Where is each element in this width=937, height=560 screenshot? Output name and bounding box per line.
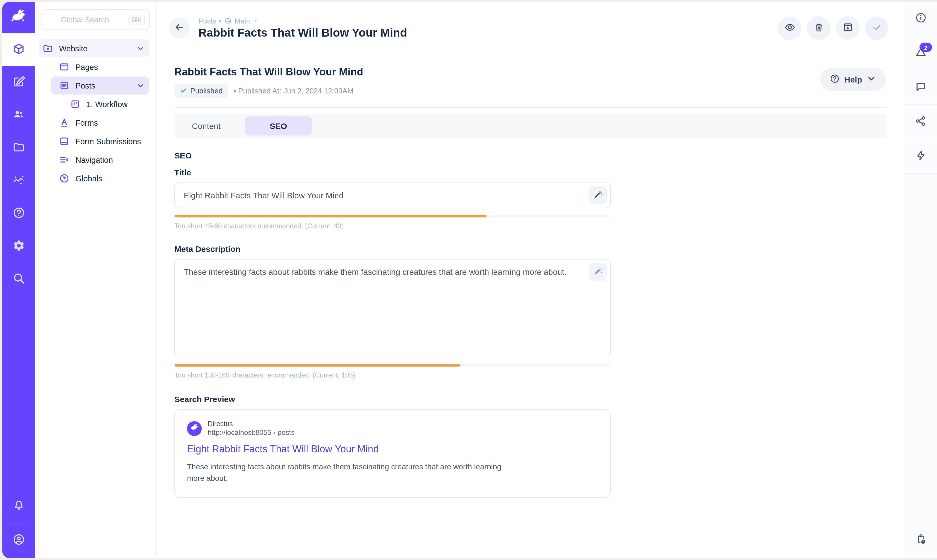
user-avatar[interactable] <box>2 527 35 554</box>
meta-field-label: Meta Description <box>174 244 610 254</box>
tab-seo[interactable]: SEO <box>245 116 312 135</box>
meta-length-hint: Too short 130-160 characters recommended… <box>174 372 610 379</box>
module-users[interactable] <box>2 99 35 132</box>
search-preview-card: Directus http://localhost:8055 › posts E… <box>174 409 610 498</box>
generate-meta-button[interactable] <box>589 263 607 281</box>
back-button[interactable] <box>169 17 190 38</box>
save-button[interactable] <box>865 16 888 40</box>
sidebar-item-label: Forms <box>76 118 98 127</box>
check-icon <box>180 86 187 95</box>
trash-icon <box>813 22 824 34</box>
tab-bar: Content SEO <box>174 114 886 138</box>
title-length-hint: Too short 45-60 characters recommended. … <box>174 222 610 230</box>
gear-icon <box>12 239 25 254</box>
rabbit-icon <box>10 8 27 27</box>
title-length-meter <box>174 215 610 217</box>
sidebar-item-form-submissions[interactable]: Form Submissions <box>39 132 149 150</box>
right-sidebar-spacer <box>904 174 937 522</box>
chevron-down-icon <box>866 74 876 85</box>
caret-down-icon[interactable] <box>253 17 259 25</box>
folder-star-icon <box>43 43 53 54</box>
eye-icon <box>784 22 795 34</box>
preview-button[interactable] <box>778 16 801 40</box>
sidebar-item-label: Pages <box>76 63 98 71</box>
content-scroll: Rabbit Facts That Will Blow Your Mind Pu… <box>156 54 904 558</box>
header-actions <box>778 16 888 40</box>
sidebar-item-label: 1. Workflow <box>86 100 128 108</box>
sidebar-item-label: Globals <box>76 174 102 183</box>
arrow-left-icon <box>174 22 185 34</box>
sidebar-item-pages[interactable]: Pages <box>39 58 149 76</box>
module-help[interactable] <box>2 197 35 230</box>
comments-panel-button[interactable] <box>904 71 937 105</box>
delete-button[interactable] <box>807 16 831 40</box>
main-area: Posts • Main Rabbit Facts That Will Blow… <box>156 2 904 558</box>
sidebar-item-label: Posts <box>76 81 96 90</box>
title-block: Posts • Main Rabbit Facts That Will Blow… <box>199 17 407 39</box>
sidebar-item-navigation[interactable]: Navigation <box>39 151 149 169</box>
document-header: Rabbit Facts That Will Blow Your Mind Pu… <box>174 54 886 98</box>
tab-content[interactable]: Content <box>177 121 236 131</box>
sidebar-item-forms[interactable]: Forms <box>39 114 149 132</box>
meta-field: These interesting facts about rabbits ma… <box>174 259 610 357</box>
info-icon <box>915 12 926 25</box>
notifications-button[interactable] <box>2 492 35 520</box>
module-files[interactable] <box>2 132 35 165</box>
flows-panel-button[interactable] <box>904 139 937 174</box>
module-editor[interactable] <box>2 66 35 99</box>
article-icon <box>59 80 69 91</box>
globe-icon <box>59 173 69 183</box>
magic-wand-icon <box>593 189 603 202</box>
preview-url: http://localhost:8055 › posts <box>208 428 295 437</box>
seo-meta-textarea[interactable]: These interesting facts about rabbits ma… <box>174 259 610 357</box>
navigation-sidebar: ⌘K Website Pages Posts 1. Workflow <box>35 2 156 558</box>
divider <box>9 523 28 523</box>
global-search-input[interactable] <box>42 15 128 25</box>
preview-result-title[interactable]: Eight Rabbit Facts That Will Blow Your M… <box>187 444 598 455</box>
rabbit-icon <box>190 423 199 434</box>
info-panel-button[interactable] <box>904 2 937 36</box>
module-content[interactable] <box>2 33 35 66</box>
breadcrumb-separator: • <box>219 17 221 25</box>
module-insights[interactable] <box>2 165 35 197</box>
folder-icon <box>12 141 25 155</box>
breadcrumb-version[interactable]: Main <box>234 17 250 25</box>
title-length-fill <box>174 215 486 217</box>
app-window: ⌘K Website Pages Posts 1. Workflow <box>2 2 937 558</box>
breadcrumb[interactable]: Posts • Main <box>199 17 407 25</box>
module-settings[interactable] <box>2 230 35 263</box>
module-bar-spacer <box>2 295 35 492</box>
browser-window-icon <box>59 62 69 72</box>
sidebar-item-globals[interactable]: Globals <box>39 169 149 188</box>
share-icon <box>915 115 926 129</box>
box-icon <box>12 42 25 57</box>
archive-button[interactable] <box>836 16 859 40</box>
clipboard-clock-icon <box>915 534 926 547</box>
nav-list: Website Pages Posts 1. Workflow Forms <box>35 35 155 191</box>
published-at: • Published At: Jun 2, 2024 12:00AM <box>234 87 354 95</box>
list-collapse-icon <box>59 155 69 165</box>
preview-site-name: Directus <box>208 420 295 428</box>
chevron-down-icon[interactable] <box>136 44 145 53</box>
global-search[interactable]: ⌘K <box>41 9 150 30</box>
alerts-panel-button[interactable]: 2 <box>904 36 937 71</box>
revisions-panel-button[interactable] <box>904 522 937 558</box>
status-row: Published • Published At: Jun 2, 2024 12… <box>174 84 820 98</box>
directus-logo[interactable] <box>2 2 35 33</box>
module-search[interactable] <box>2 263 35 295</box>
generate-title-button[interactable] <box>589 186 607 204</box>
sidebar-item-posts[interactable]: Posts <box>51 77 149 94</box>
seo-title-input[interactable] <box>174 183 610 208</box>
seo-heading: SEO <box>174 151 610 160</box>
page-title: Rabbit Facts That Will Blow Your Mind <box>199 26 407 39</box>
sidebar-item-label: Form Submissions <box>76 137 141 146</box>
search-icon <box>12 272 25 286</box>
breadcrumb-collection[interactable]: Posts <box>199 17 216 25</box>
shortcut-badge: ⌘K <box>128 14 145 25</box>
chevron-down-icon[interactable] <box>136 81 145 90</box>
sidebar-item-workflow[interactable]: 1. Workflow <box>39 95 149 113</box>
stage: ⌘K Website Pages Posts 1. Workflow <box>0 0 937 560</box>
share-panel-button[interactable] <box>904 105 937 139</box>
sidebar-item-website[interactable]: Website <box>39 39 149 57</box>
help-button[interactable]: Help <box>820 68 886 91</box>
